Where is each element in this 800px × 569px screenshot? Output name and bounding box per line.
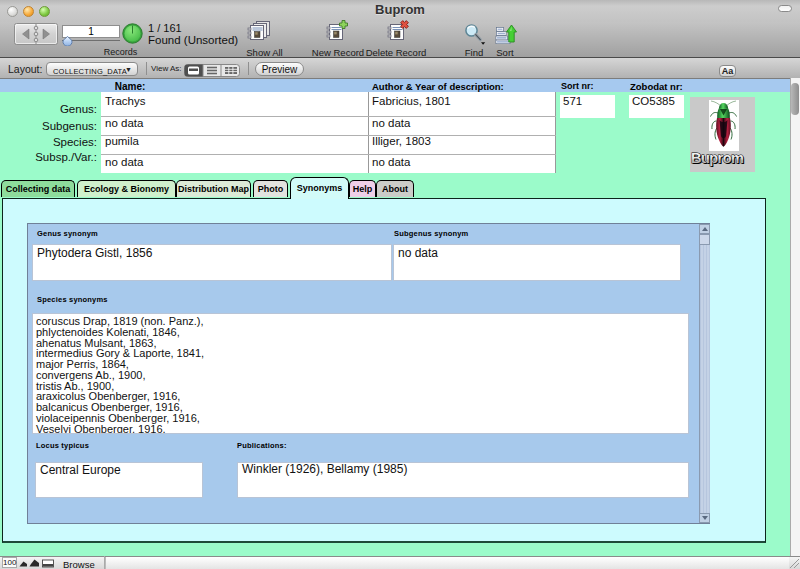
svg-text:Buprom: Buprom [691,150,744,166]
